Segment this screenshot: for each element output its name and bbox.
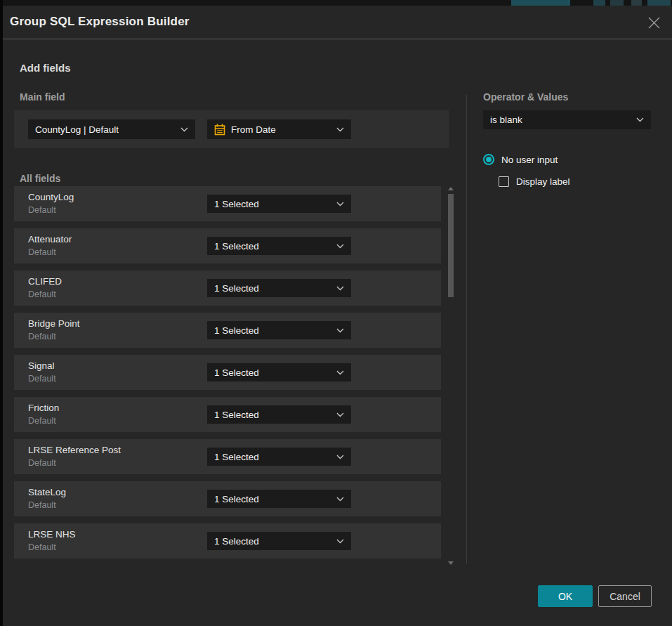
selected-dropdown-value: 1 Selected [214, 367, 259, 378]
sql-expression-builder-dialog: Group SQL Expression Builder Add fields … [3, 6, 672, 626]
calendar-icon [214, 124, 225, 136]
checkbox-icon [499, 176, 509, 187]
field-name: Friction [28, 403, 59, 413]
field-row[interactable]: Attenuator Default 1 Selected [14, 228, 441, 263]
selected-dropdown-value: 1 Selected [214, 199, 259, 209]
field-row[interactable]: LRSE NHS Default 1 Selected [14, 523, 441, 559]
selected-dropdown[interactable]: 1 Selected [207, 405, 351, 424]
scrollbar-thumb[interactable] [448, 194, 454, 297]
selected-dropdown[interactable]: 1 Selected [207, 321, 351, 339]
field-name: LRSE NHS [28, 529, 76, 540]
chevron-down-icon [336, 127, 344, 132]
field-row[interactable]: CountyLog Default 1 Selected [14, 186, 441, 221]
selected-dropdown-value: 1 Selected [214, 283, 259, 294]
backdrop-strip [0, 0, 672, 6]
chevron-down-icon [336, 497, 344, 502]
selected-dropdown-value: 1 Selected [214, 452, 259, 462]
field-row-text: LRSE NHS Default [28, 529, 76, 552]
chevron-down-icon [336, 539, 344, 544]
field-row[interactable]: Bridge Point Default 1 Selected [14, 313, 441, 348]
chevron-down-icon [336, 412, 344, 417]
ok-button[interactable]: OK [538, 585, 593, 607]
backdrop-fragment [593, 0, 605, 6]
field-subtitle: Default [28, 332, 80, 341]
selected-dropdown[interactable]: 1 Selected [207, 237, 351, 255]
field-name: LRSE Reference Post [28, 445, 121, 455]
layer-dropdown-value: CountyLog | Default [35, 124, 119, 135]
field-subtitle: Default [28, 500, 66, 510]
panel-divider [466, 95, 467, 564]
chevron-down-icon [336, 244, 344, 249]
field-name: StateLog [28, 487, 66, 497]
screen: Group SQL Expression Builder Add fields … [0, 0, 672, 626]
field-subtitle: Default [28, 374, 56, 384]
selected-dropdown[interactable]: 1 Selected [207, 363, 351, 382]
field-row[interactable]: Signal Default 1 Selected [14, 355, 441, 390]
field-row-text: Friction Default [28, 403, 59, 426]
field-subtitle: Default [28, 416, 59, 426]
chevron-down-icon [336, 370, 344, 375]
field-row-text: LRSE Reference Post Default [28, 445, 121, 468]
field-subtitle: Default [28, 458, 121, 468]
cancel-button[interactable]: Cancel [598, 585, 652, 607]
selected-dropdown-value: 1 Selected [214, 241, 259, 252]
selected-dropdown[interactable]: 1 Selected [207, 195, 351, 213]
selected-dropdown-value: 1 Selected [214, 410, 259, 420]
selected-dropdown[interactable]: 1 Selected [207, 532, 351, 550]
field-subtitle: Default [28, 205, 74, 215]
backdrop-fragment [647, 0, 671, 6]
backdrop-fragment [631, 0, 642, 6]
layer-dropdown[interactable]: CountyLog | Default [28, 119, 195, 139]
field-row-text: StateLog Default [28, 487, 66, 510]
field-subtitle: Default [28, 542, 76, 552]
all-fields-list: CountyLog Default 1 Selected Attenuator … [14, 186, 441, 559]
close-icon [648, 17, 660, 29]
chevron-down-icon [336, 286, 344, 291]
display-label-text: Display label [516, 176, 570, 187]
chevron-down-icon [180, 127, 188, 132]
scroll-up-arrow[interactable] [448, 187, 454, 190]
radio-icon [483, 154, 494, 165]
scrollbar[interactable] [447, 186, 454, 566]
selected-dropdown[interactable]: 1 Selected [207, 490, 351, 508]
all-fields-label: All fields [20, 173, 60, 184]
close-button[interactable] [645, 14, 662, 31]
field-row-text: CLIFED Default [28, 276, 62, 299]
dialog-title: Group SQL Expression Builder [10, 15, 190, 29]
backdrop-fragment [511, 0, 570, 6]
selected-dropdown[interactable]: 1 Selected [207, 448, 351, 466]
backdrop-fragment [610, 0, 624, 6]
chevron-down-icon [336, 328, 344, 333]
field-name: Bridge Point [28, 318, 80, 329]
field-name: Signal [28, 360, 56, 371]
add-fields-heading: Add fields [20, 62, 71, 74]
main-field-panel: CountyLog | Default From Date [14, 110, 449, 148]
no-user-input-radio[interactable]: No user input [483, 154, 558, 165]
selected-dropdown-value: 1 Selected [214, 325, 259, 336]
field-subtitle: Default [28, 289, 62, 299]
operator-dropdown[interactable]: is blank [483, 110, 651, 129]
operator-values-label: Operator & Values [483, 91, 568, 103]
chevron-down-icon [336, 455, 344, 459]
field-row[interactable]: Friction Default 1 Selected [14, 397, 441, 432]
field-row-text: Attenuator Default [28, 234, 72, 257]
selected-dropdown[interactable]: 1 Selected [207, 279, 351, 297]
operator-dropdown-value: is blank [490, 115, 522, 125]
field-row[interactable]: CLIFED Default 1 Selected [14, 270, 441, 306]
field-name: CountyLog [28, 192, 74, 202]
scroll-down-arrow[interactable] [448, 561, 454, 565]
display-label-checkbox[interactable]: Display label [499, 176, 570, 187]
main-field-label: Main field [20, 91, 65, 103]
selected-dropdown-value: 1 Selected [214, 536, 259, 547]
no-user-input-label: No user input [501, 155, 558, 165]
dialog-titlebar: Group SQL Expression Builder [3, 6, 672, 39]
chevron-down-icon [636, 117, 644, 122]
field-row-text: CountyLog Default [28, 192, 74, 215]
main-field-dropdown-value: From Date [231, 124, 276, 135]
main-field-dropdown[interactable]: From Date [207, 119, 351, 139]
field-subtitle: Default [28, 247, 72, 257]
field-row[interactable]: LRSE Reference Post Default 1 Selected [14, 439, 441, 474]
field-row-text: Bridge Point Default [28, 318, 80, 341]
field-name: CLIFED [28, 276, 62, 287]
field-row[interactable]: StateLog Default 1 Selected [14, 481, 441, 516]
